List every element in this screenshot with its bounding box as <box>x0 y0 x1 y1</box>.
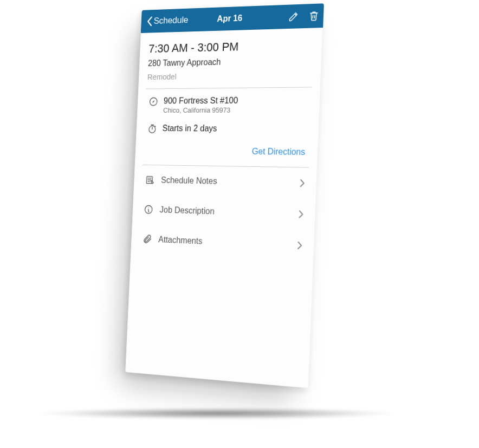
notes-icon <box>144 174 155 185</box>
list-label: Job Description <box>159 205 299 219</box>
list-label: Schedule Notes <box>161 176 300 188</box>
nav-right <box>288 4 320 29</box>
get-directions-link[interactable]: Get Directions <box>144 134 309 167</box>
back-label: Schedule <box>153 15 188 26</box>
address-row: 900 Fortress St #100 Chico, California 9… <box>146 87 311 114</box>
address-line1: 900 Fortress St #100 <box>164 96 238 106</box>
pencil-icon <box>288 11 299 22</box>
content: 7:30 AM - 3:00 PM 280 Tawny Approach Rem… <box>130 28 323 273</box>
starts-label: Starts in 2 days <box>162 124 217 133</box>
attachments-row[interactable]: Attachments <box>139 224 305 262</box>
trash-icon <box>308 10 320 22</box>
chevron-right-icon <box>297 241 303 250</box>
schedule-notes-row[interactable]: Schedule Notes <box>142 165 308 199</box>
address-line2: Chico, California 95973 <box>163 106 238 114</box>
chevron-left-icon <box>147 16 154 27</box>
starts-row: Starts in 2 days <box>145 114 310 135</box>
info-icon <box>143 204 154 215</box>
paperclip-icon <box>141 233 152 244</box>
chevron-right-icon <box>300 179 306 188</box>
compass-icon <box>148 96 159 107</box>
svg-marker-1 <box>152 100 155 103</box>
list-label: Attachments <box>158 235 297 250</box>
delete-button[interactable] <box>308 10 320 22</box>
job-name: 280 Tawny Approach <box>148 55 313 68</box>
address-block: 900 Fortress St #100 Chico, California 9… <box>163 96 238 114</box>
detail-list: Schedule Notes Job Description <box>139 165 308 272</box>
phone-screen: Schedule Apr 16 <box>125 3 324 388</box>
edit-button[interactable] <box>288 11 299 22</box>
drop-shadow <box>36 407 398 419</box>
stopwatch-icon <box>147 124 158 134</box>
time-range: 7:30 AM - 3:00 PM <box>148 38 313 56</box>
back-button[interactable]: Schedule <box>144 12 191 29</box>
chevron-right-icon <box>298 210 304 219</box>
job-type: Remodel <box>147 70 312 81</box>
